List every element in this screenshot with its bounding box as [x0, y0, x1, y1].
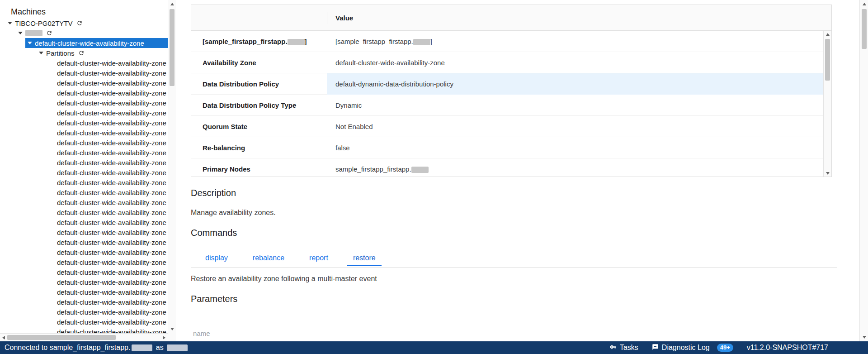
- partition-item[interactable]: default-cluster-wide-availability-zone: [0, 277, 168, 287]
- table-body: [sample_firstapp_firstapp.][sample_first…: [191, 31, 831, 177]
- partition-item[interactable]: default-cluster-wide-availability-zone: [0, 138, 168, 148]
- scrollbar-thumb[interactable]: [825, 39, 830, 81]
- partition-item-label: default-cluster-wide-availability-zone: [57, 149, 166, 157]
- property-row[interactable]: Availability Zonedefault-cluster-wide-av…: [191, 52, 831, 73]
- value-column-header: Value: [335, 5, 353, 31]
- partition-item-label: default-cluster-wide-availability-zone: [57, 159, 166, 167]
- partition-item-label: default-cluster-wide-availability-zone: [57, 249, 166, 256]
- property-value: Dynamic: [327, 95, 823, 116]
- tree-node-partitions[interactable]: Partitions: [0, 48, 168, 58]
- property-name: Quorum State: [203, 116, 247, 137]
- partition-item[interactable]: default-cluster-wide-availability-zone: [0, 68, 168, 78]
- parameter-name-input[interactable]: [192, 327, 337, 340]
- scrollbar-thumb[interactable]: [170, 9, 175, 86]
- partition-item[interactable]: default-cluster-wide-availability-zone: [0, 187, 168, 197]
- scroll-up-arrow-icon[interactable]: [170, 3, 174, 5]
- refresh-icon[interactable]: [76, 20, 83, 26]
- partition-item[interactable]: default-cluster-wide-availability-zone: [0, 297, 168, 307]
- table-vertical-scrollbar[interactable]: [823, 31, 831, 177]
- partition-item-label: default-cluster-wide-availability-zone: [57, 308, 166, 316]
- partition-item-label: default-cluster-wide-availability-zone: [57, 139, 166, 147]
- partition-item-label: default-cluster-wide-availability-zone: [57, 109, 166, 117]
- scroll-up-arrow-icon[interactable]: [863, 3, 866, 5]
- partition-item-label: default-cluster-wide-availability-zone: [57, 268, 166, 276]
- tasks-button[interactable]: Tasks: [610, 344, 638, 352]
- partition-item[interactable]: default-cluster-wide-availability-zone: [0, 88, 168, 98]
- property-row[interactable]: Primary Nodessample_firstapp_firstapp.: [191, 158, 831, 177]
- tab-display[interactable]: display: [199, 250, 234, 266]
- tab-restore[interactable]: restore: [347, 250, 382, 266]
- scroll-down-arrow-icon[interactable]: [170, 328, 174, 330]
- partition-item[interactable]: default-cluster-wide-availability-zone: [0, 317, 168, 327]
- partition-item[interactable]: default-cluster-wide-availability-zone: [0, 307, 168, 317]
- scroll-down-arrow-icon[interactable]: [863, 336, 866, 339]
- partition-item[interactable]: default-cluster-wide-availability-zone: [0, 58, 168, 68]
- partition-item-label: default-cluster-wide-availability-zone: [57, 79, 166, 87]
- tab-rebalance[interactable]: rebalance: [247, 250, 290, 266]
- partition-item[interactable]: default-cluster-wide-availability-zone: [0, 207, 168, 217]
- diagnostic-log-button[interactable]: Diagnostic Log 49+: [652, 344, 733, 352]
- partition-item[interactable]: default-cluster-wide-availability-zone: [0, 128, 168, 138]
- scroll-left-arrow-icon[interactable]: [2, 336, 5, 340]
- scroll-right-arrow-icon[interactable]: [163, 336, 165, 340]
- partition-item[interactable]: default-cluster-wide-availability-zone: [0, 327, 168, 333]
- property-row[interactable]: Quorum StateNot Enabled: [191, 116, 831, 137]
- status-bar-right: Tasks Diagnostic Log 49+ v11.2.0-SNAPSHO…: [610, 344, 828, 352]
- property-row[interactable]: Data Distribution Policy TypeDynamic: [191, 95, 831, 116]
- scroll-up-arrow-icon[interactable]: [826, 33, 830, 36]
- partition-item[interactable]: default-cluster-wide-availability-zone: [0, 177, 168, 187]
- property-name: [sample_firstapp_firstapp.]: [203, 31, 307, 52]
- property-value: Not Enabled: [327, 116, 823, 137]
- redacted-text: [411, 167, 429, 173]
- property-name: Primary Nodes: [203, 158, 250, 177]
- property-row[interactable]: Re-balancingfalse: [191, 137, 831, 158]
- refresh-icon[interactable]: [46, 30, 52, 36]
- partition-item[interactable]: default-cluster-wide-availability-zone: [0, 267, 168, 277]
- property-row[interactable]: [sample_firstapp_firstapp.][sample_first…: [191, 31, 831, 52]
- main-vertical-scrollbar[interactable]: [859, 0, 868, 341]
- properties-table: Value [sample_firstapp_firstapp.][sample…: [191, 5, 832, 177]
- sidebar-horizontal-scrollbar[interactable]: [0, 333, 168, 341]
- refresh-icon[interactable]: [78, 50, 85, 56]
- partition-item[interactable]: default-cluster-wide-availability-zone: [0, 227, 168, 237]
- partition-item[interactable]: default-cluster-wide-availability-zone: [0, 148, 168, 158]
- partition-item[interactable]: default-cluster-wide-availability-zone: [0, 108, 168, 118]
- scrollbar-thumb[interactable]: [862, 9, 867, 49]
- scrollbar-thumb[interactable]: [7, 335, 116, 340]
- partition-item[interactable]: default-cluster-wide-availability-zone: [0, 247, 168, 257]
- tree-node-machine[interactable]: TIBCO-PG02TYTV: [0, 18, 168, 28]
- expand-caret-icon[interactable]: [28, 42, 32, 44]
- status-bar: Connected to sample_firstapp_firstapp. a…: [0, 341, 868, 354]
- tree-node-redacted[interactable]: [0, 28, 168, 38]
- property-name: Re-balancing: [203, 137, 245, 158]
- redacted-text: [132, 344, 152, 351]
- tab-report[interactable]: report: [303, 250, 334, 266]
- partition-item[interactable]: default-cluster-wide-availability-zone: [0, 118, 168, 128]
- partition-item-label: default-cluster-wide-availability-zone: [57, 229, 166, 236]
- partition-item[interactable]: default-cluster-wide-availability-zone: [0, 287, 168, 297]
- version-label: v11.2.0-SNAPSHOT#717: [747, 344, 828, 352]
- column-divider: [327, 12, 327, 24]
- description-text: Manage availability zones.: [191, 209, 276, 217]
- sidebar-vertical-scrollbar[interactable]: [168, 0, 176, 333]
- partition-item[interactable]: default-cluster-wide-availability-zone: [0, 217, 168, 227]
- partition-item[interactable]: default-cluster-wide-availability-zone: [0, 78, 168, 88]
- partition-item[interactable]: default-cluster-wide-availability-zone: [0, 167, 168, 177]
- expand-caret-icon[interactable]: [18, 32, 23, 34]
- commands-tabs: displayrebalancereportrestore: [191, 250, 837, 268]
- scrollbar-corner: [168, 333, 176, 341]
- expand-caret-icon[interactable]: [8, 22, 12, 24]
- scroll-down-arrow-icon[interactable]: [826, 172, 830, 175]
- partition-item[interactable]: default-cluster-wide-availability-zone: [0, 98, 168, 108]
- main-panel: Value [sample_firstapp_firstapp.][sample…: [176, 0, 868, 341]
- partition-item[interactable]: default-cluster-wide-availability-zone: [0, 158, 168, 167]
- property-row[interactable]: Data Distribution Policydefault-dynamic-…: [191, 73, 831, 95]
- expand-caret-icon[interactable]: [39, 52, 43, 54]
- tree-node-availability-zone[interactable]: default-cluster-wide-availability-zone: [25, 38, 168, 48]
- partition-item[interactable]: default-cluster-wide-availability-zone: [0, 237, 168, 247]
- partition-item[interactable]: default-cluster-wide-availability-zone: [0, 197, 168, 207]
- machines-tree: Machines TIBCO-PG02TYTV default-cluster-…: [0, 0, 168, 333]
- sidebar-title: Machines: [0, 0, 168, 18]
- redacted-text: [413, 39, 430, 45]
- partition-item[interactable]: default-cluster-wide-availability-zone: [0, 257, 168, 267]
